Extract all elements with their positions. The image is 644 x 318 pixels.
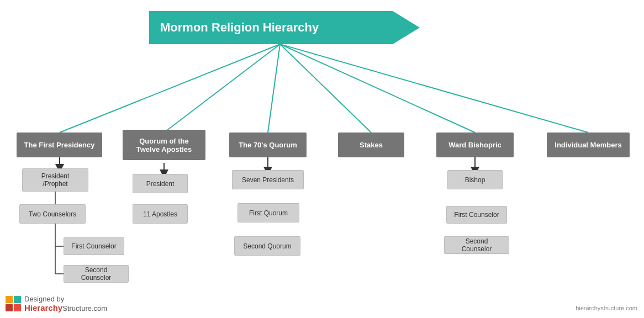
box-second-quorum: Second Quorum [234, 236, 300, 256]
header-stakes: Stakes [338, 132, 404, 157]
box-second-counselor-sub: Second Counselor [64, 265, 129, 283]
box-president: President [133, 174, 188, 193]
header-first-presidency: The First Presidency [17, 132, 102, 157]
header-ward-bishopric: Ward Bishopric [436, 132, 514, 157]
box-two-counselors: Two Counselors [19, 204, 86, 224]
box-bishop: Bishop [447, 170, 503, 189]
footer-logo [6, 296, 21, 311]
header-seventies: The 70's Quorum [229, 132, 307, 157]
box-seven-presidents: Seven Presidents [232, 170, 304, 189]
page-title: Mormon Religion Hierarchy [160, 20, 319, 35]
header-individual-members: Individual Members [547, 132, 630, 157]
box-president-prophet: President /Prophet [22, 168, 88, 192]
box-eleven-apostles: 11 Apostles [133, 204, 188, 224]
box-first-quorum: First Quorum [237, 203, 299, 222]
box-second-counselor-bishop: Second Counselor [444, 236, 509, 254]
footer: Designed by HierarchyStructure.com [6, 295, 107, 312]
box-first-counselor-sub: First Counselor [64, 237, 124, 255]
footer-text: Designed by HierarchyStructure.com [24, 295, 107, 312]
box-first-counselor-bishop: First Counselor [446, 206, 507, 224]
header-twelve-apostles: Quorum of the Twelve Apostles [123, 130, 205, 160]
title-arrow: Mormon Religion Hierarchy [149, 11, 420, 44]
footer-domain: hierarchystructure.com [576, 305, 637, 311]
